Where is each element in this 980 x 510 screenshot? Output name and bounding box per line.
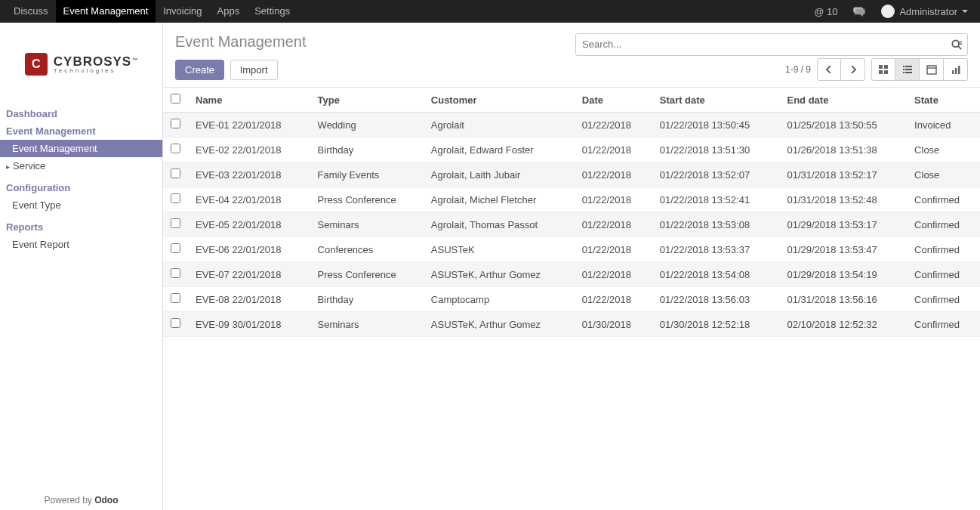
row-checkbox[interactable]: [171, 243, 180, 253]
col-customer[interactable]: Customer: [424, 88, 575, 113]
row-checkbox[interactable]: [171, 268, 180, 278]
pager-next[interactable]: [841, 58, 865, 81]
cell-start: 01/22/2018 13:53:37: [652, 237, 780, 262]
row-checkbox[interactable]: [171, 193, 180, 203]
cell-date: 01/22/2018: [575, 287, 652, 312]
cell-state: Close: [907, 162, 980, 187]
col-start-date[interactable]: Start date: [652, 88, 780, 113]
row-checkbox[interactable]: [171, 119, 180, 128]
topnav-settings[interactable]: Settings: [247, 0, 297, 23]
main: Event Management Create Import 1-9 / 9: [163, 23, 980, 510]
cell-end: 01/29/2018 13:53:17: [779, 212, 907, 237]
col-name[interactable]: Name: [188, 88, 310, 113]
nav-event-management-sub[interactable]: Event Management: [0, 140, 162, 157]
import-button[interactable]: Import: [230, 60, 278, 80]
cell-state: Invoiced: [907, 113, 980, 138]
nav-dashboard[interactable]: Dashboard: [0, 105, 162, 122]
table-row[interactable]: EVE-05 22/01/2018SeminarsAgrolait, Thoma…: [163, 212, 980, 237]
view-calendar[interactable]: [920, 58, 944, 81]
cell-customer: Agrolait, Laith Jubair: [424, 162, 575, 187]
table-row[interactable]: EVE-02 22/01/2018BirthdayAgrolait, Edwar…: [163, 138, 980, 162]
row-checkbox[interactable]: [171, 293, 180, 303]
cell-name: EVE-05 22/01/2018: [188, 212, 310, 237]
search-icon[interactable]: [951, 39, 962, 50]
cell-type: Conferences: [310, 237, 424, 262]
nav-reports[interactable]: Reports: [0, 218, 162, 236]
table-row[interactable]: EVE-04 22/01/2018Press ConferenceAgrolai…: [163, 187, 980, 212]
cell-date: 01/30/2018: [575, 312, 652, 337]
messaging-icon[interactable]: [846, 6, 872, 17]
footer-odoo[interactable]: Odoo: [94, 495, 118, 505]
user-menu[interactable]: Administrator: [875, 5, 974, 18]
logo-tm: ™: [131, 56, 137, 63]
nav-service[interactable]: Service: [0, 157, 162, 175]
create-button[interactable]: Create: [175, 60, 224, 80]
cell-date: 01/22/2018: [575, 237, 652, 262]
logo: CYBROSYS™ Technologies: [0, 23, 162, 105]
cell-type: Birthday: [310, 287, 424, 312]
cell-start: 01/22/2018 13:51:30: [652, 138, 780, 162]
view-list[interactable]: [895, 58, 920, 81]
mentions-indicator[interactable]: @ 10: [808, 6, 843, 17]
cell-end: 01/31/2018 13:52:17: [779, 162, 907, 187]
svg-rect-19: [955, 68, 957, 74]
svg-rect-5: [884, 65, 888, 69]
table-row[interactable]: EVE-03 22/01/2018Family EventsAgrolait, …: [163, 162, 980, 187]
row-checkbox[interactable]: [171, 218, 180, 228]
cell-name: EVE-01 22/01/2018: [188, 113, 310, 138]
pager-text: 1-9 / 9: [785, 64, 811, 75]
cell-customer: Agrolait, Edward Foster: [424, 138, 575, 162]
svg-point-0: [952, 40, 959, 47]
table-row[interactable]: EVE-07 22/01/2018Press ConferenceASUSTeK…: [163, 262, 980, 287]
svg-rect-10: [903, 69, 904, 70]
table-row[interactable]: EVE-09 30/01/2018SeminarsASUSTeK, Arthur…: [163, 312, 980, 337]
view-kanban[interactable]: [871, 58, 895, 81]
cell-end: 01/25/2018 13:50:55: [779, 113, 907, 138]
row-checkbox[interactable]: [171, 168, 180, 178]
topnav-apps[interactable]: Apps: [210, 0, 248, 23]
view-graph[interactable]: [944, 58, 968, 81]
pager-prev[interactable]: [817, 58, 841, 81]
col-state[interactable]: State: [907, 88, 980, 113]
table-row[interactable]: EVE-08 22/01/2018BirthdayCamptocamp01/22…: [163, 287, 980, 312]
topnav-discuss[interactable]: Discuss: [6, 0, 56, 23]
cell-start: 01/30/2018 12:52:18: [652, 312, 780, 337]
row-checkbox[interactable]: [171, 318, 180, 328]
cell-customer: Agrolait, Thomas Passot: [424, 212, 575, 237]
svg-rect-18: [952, 70, 954, 74]
col-end-date[interactable]: End date: [779, 88, 907, 113]
logo-main: CYBROSYS: [54, 54, 131, 69]
mentions-count: @ 10: [814, 6, 837, 17]
nav-event-management[interactable]: Event Management: [0, 122, 162, 140]
search-input[interactable]: [575, 33, 968, 56]
topnav: DiscussEvent ManagementInvoicingAppsSett…: [6, 0, 297, 23]
topnav-event-management[interactable]: Event Management: [56, 0, 156, 23]
cell-start: 01/22/2018 13:54:08: [652, 262, 780, 287]
cell-end: 01/31/2018 13:56:16: [779, 287, 907, 312]
cell-type: Seminars: [310, 212, 424, 237]
topnav-invoicing[interactable]: Invoicing: [156, 0, 209, 23]
nav-event-report[interactable]: Event Report: [0, 236, 162, 253]
row-checkbox[interactable]: [171, 144, 180, 153]
table-row[interactable]: EVE-01 22/01/2018WeddingAgrolait01/22/20…: [163, 113, 980, 138]
nav-configuration[interactable]: Configuration: [0, 179, 162, 196]
cell-state: Confirmed: [907, 187, 980, 212]
cell-name: EVE-06 22/01/2018: [188, 237, 310, 262]
table-row[interactable]: EVE-06 22/01/2018ConferencesASUSTeK01/22…: [163, 237, 980, 262]
select-all-checkbox[interactable]: [171, 94, 180, 104]
cell-customer: ASUSTeK, Arthur Gomez: [424, 312, 575, 337]
cell-state: Confirmed: [907, 287, 980, 312]
svg-rect-11: [905, 69, 912, 70]
col-type[interactable]: Type: [310, 88, 424, 113]
svg-rect-14: [927, 66, 936, 74]
cell-start: 01/22/2018 13:52:41: [652, 187, 780, 212]
chevron-down-icon: [962, 10, 968, 13]
nav-event-type[interactable]: Event Type: [0, 196, 162, 214]
cell-state: Confirmed: [907, 237, 980, 262]
svg-rect-13: [905, 72, 912, 73]
col-date[interactable]: Date: [575, 88, 652, 113]
svg-rect-12: [903, 72, 904, 73]
cell-name: EVE-03 22/01/2018: [188, 162, 310, 187]
cell-name: EVE-07 22/01/2018: [188, 262, 310, 287]
cell-customer: Agrolait: [424, 113, 575, 138]
